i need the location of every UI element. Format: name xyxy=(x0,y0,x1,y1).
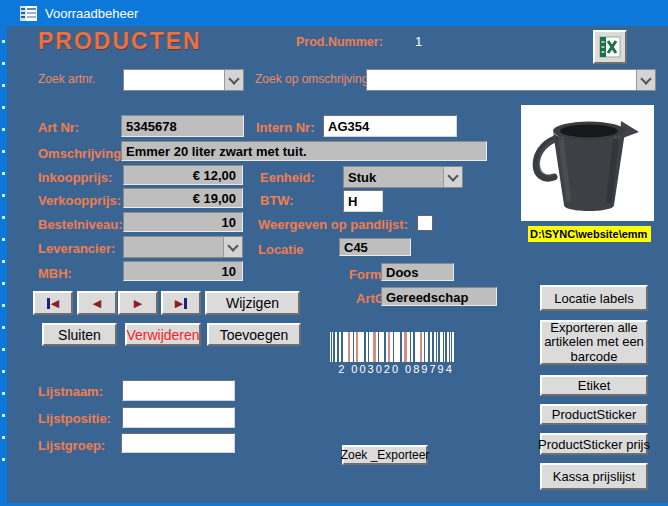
omschrijving-field[interactable]: Emmer 20 liter zwart met tuit. xyxy=(121,141,487,161)
lijstnaam-field[interactable] xyxy=(122,380,235,401)
zoek-artnr-label: Zoek artnr. xyxy=(38,72,95,86)
bestelniveau-field[interactable]: 10 xyxy=(123,212,243,232)
arrow-right-icon: ▶ xyxy=(134,298,142,309)
inkoopprijs-label: Inkoopprijs: xyxy=(38,170,112,185)
verkoopprijs-label: Verkoopprijs: xyxy=(38,193,121,208)
lijstpositie-field[interactable] xyxy=(122,407,235,428)
leverancier-value xyxy=(124,237,223,257)
locatie-labels-button[interactable]: Locatie labels xyxy=(540,285,648,311)
btw-label: BTW: xyxy=(260,193,294,208)
formaat-field[interactable]: Doos xyxy=(381,263,454,281)
page-title: PRODUCTEN xyxy=(38,28,202,55)
arrow-right-icon: ▶ xyxy=(175,298,183,309)
wijzigen-button[interactable]: Wijzigen xyxy=(205,291,300,315)
kassa-prijslijst-button[interactable]: Kassa prijslijst xyxy=(540,463,648,490)
eenheid-dropdown-button[interactable] xyxy=(443,167,462,187)
excel-icon xyxy=(599,36,621,58)
next-record-button[interactable]: ▶ xyxy=(118,291,158,315)
prodnummer-value: 1 xyxy=(415,34,422,49)
zoek-exporteer-button[interactable]: Zoek _Exporteer xyxy=(342,445,428,465)
eenheid-value: Stuk xyxy=(344,167,443,187)
barcode-bars xyxy=(330,332,462,362)
artnr-label: Art Nr: xyxy=(38,120,79,135)
artnr-field[interactable]: 5345678 xyxy=(121,115,244,137)
eenheid-label: Eenheid: xyxy=(260,170,315,185)
internnr-label: Intern Nr: xyxy=(256,120,315,135)
zoek-omschrijving-value xyxy=(367,70,636,90)
eenheid-combo[interactable]: Stuk xyxy=(343,166,463,188)
title-bar: Voorraadbeheer xyxy=(0,0,668,26)
zoek-artnr-dropdown-button[interactable] xyxy=(224,70,243,90)
mbh-field[interactable]: 10 xyxy=(123,261,243,281)
zoek-artnr-combo[interactable] xyxy=(123,69,244,91)
window-title: Voorraadbeheer xyxy=(45,6,138,21)
leverancier-label: Leverancier: xyxy=(38,241,115,256)
lijstgroep-label: Lijstgroep: xyxy=(38,438,105,453)
locatie-field[interactable]: C45 xyxy=(339,238,411,256)
arrow-left-icon: ◀ xyxy=(93,298,101,309)
zoek-omschrijving-label: Zoek op omschrijving xyxy=(255,72,368,86)
productsticker-prijs-button[interactable]: ProductSticker prijs xyxy=(540,433,648,455)
verwijderen-button[interactable]: Verwijderen xyxy=(125,323,201,346)
pandlijst-label: Weergeven op pandlijst: xyxy=(258,217,408,232)
barcode-text: 2 003020 089794 xyxy=(330,363,462,375)
zoek-omschrijving-combo[interactable] xyxy=(366,69,656,91)
voorraadbeheer-window: Voorraadbeheer PRODUCTEN Prod.Nummer: 1 … xyxy=(0,0,668,506)
leverancier-combo[interactable] xyxy=(123,236,243,258)
productsticker-button[interactable]: ProductSticker xyxy=(540,404,648,425)
chevron-down-icon xyxy=(640,73,651,84)
access-form-icon xyxy=(20,6,37,21)
omschrijving-label: Omschrijving: xyxy=(38,146,125,161)
previous-record-button[interactable]: ◀ xyxy=(77,291,117,315)
lijstpositie-label: Lijstpositie: xyxy=(38,411,111,426)
last-record-button[interactable]: ▶ xyxy=(161,291,201,315)
exporteren-alle-button[interactable]: Exporteren alle artikelen met een barcod… xyxy=(540,320,648,365)
internnr-field[interactable]: AG354 xyxy=(323,115,457,137)
chevron-down-icon xyxy=(227,240,238,251)
toevoegen-button[interactable]: Toevoegen xyxy=(207,323,301,346)
btw-field[interactable]: H xyxy=(343,190,383,212)
zoek-artnr-value xyxy=(124,70,224,90)
etiket-button[interactable]: Etiket xyxy=(540,375,648,396)
locatie-label: Locatie xyxy=(258,242,304,257)
bestelniveau-label: Bestelniveau: xyxy=(38,217,123,232)
product-image xyxy=(521,105,654,221)
artgroep-field[interactable]: Gereedschap xyxy=(381,287,497,306)
last-record-icon xyxy=(184,298,187,309)
bucket-image xyxy=(521,105,654,221)
leverancier-dropdown-button[interactable] xyxy=(223,237,242,257)
inkoopprijs-field[interactable]: € 12,00 xyxy=(123,165,243,185)
first-record-button[interactable]: ◀ xyxy=(33,291,73,315)
chevron-down-icon xyxy=(228,73,239,84)
window-left-border xyxy=(0,26,7,503)
excel-export-button[interactable] xyxy=(593,30,627,64)
first-record-icon xyxy=(47,298,50,309)
zoek-omschrijving-dropdown-button[interactable] xyxy=(636,70,655,90)
pandlijst-checkbox[interactable] xyxy=(417,215,433,231)
verkoopprijs-field[interactable]: € 19,00 xyxy=(123,188,243,208)
chevron-down-icon xyxy=(447,170,458,181)
sluiten-button[interactable]: Sluiten xyxy=(42,323,117,346)
prodnummer-label: Prod.Nummer: xyxy=(296,35,383,49)
arrow-left-icon: ◀ xyxy=(51,298,59,309)
lijstnaam-label: Lijstnaam: xyxy=(38,384,103,399)
lijstgroep-field[interactable] xyxy=(121,433,235,453)
mbh-label: MBH: xyxy=(38,266,72,281)
image-path-label: D:\SYNC\website\emm xyxy=(528,226,651,242)
